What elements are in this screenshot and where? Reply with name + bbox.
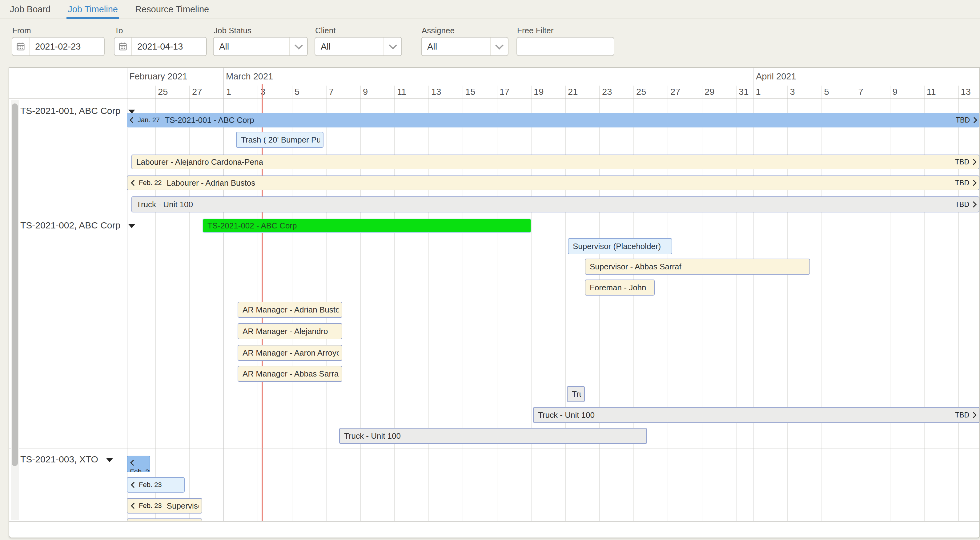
clip-date-label: Feb. 23 <box>132 481 162 489</box>
chevron-right-icon <box>970 180 977 186</box>
gantt-bar[interactable]: Trash ( 20' Bumper Pull ) <box>236 132 323 148</box>
day-tick-label: 13 <box>961 87 971 97</box>
gantt-bar[interactable]: Labourer - Alejandro Cardona-PenaTBD <box>131 155 979 169</box>
chevron-right-icon <box>970 159 977 165</box>
vertical-scrollbar-thumb[interactable] <box>12 104 18 466</box>
clip-date-text: Feb. 23 <box>139 481 162 489</box>
tbd-text: TBD <box>955 179 969 187</box>
app-root: Job Board Job Timeline Resource Timeline… <box>0 0 980 540</box>
gantt-bar[interactable]: Truck - Unit 100 <box>339 428 647 444</box>
gantt-bar[interactable]: Feb. 22Labourer - Adrian BustosTBD <box>127 175 979 190</box>
assignee-select[interactable]: All <box>421 37 509 56</box>
gantt-bar[interactable] <box>127 518 202 521</box>
to-date-value: 2021-04-13 <box>132 41 183 52</box>
job-row-label-text: TS-2021-001, ABC Corp <box>20 105 120 116</box>
day-tick-label: 1 <box>756 87 761 97</box>
gantt-bar[interactable]: Truck - Unit 100TBD <box>131 196 979 212</box>
timeline-panel: February 2021March 2021April 20212527135… <box>9 67 980 538</box>
tbd-label: TBD <box>951 411 976 419</box>
day-tick-label: 7 <box>858 87 863 97</box>
timeline-body: TS-2021-001, ABC CorpJan. 27TS-2021-001 … <box>9 99 979 521</box>
job-status-value: All <box>213 41 229 52</box>
client-select[interactable]: All <box>315 37 402 56</box>
chevron-right-icon <box>970 201 977 207</box>
job-row-label[interactable]: TS-2021-003, XTO <box>20 452 113 466</box>
tab-job-board[interactable]: Job Board <box>9 4 52 19</box>
day-tick-label: 29 <box>705 87 714 97</box>
clip-date-label: Feb. 23 <box>127 460 150 472</box>
client-value: All <box>315 41 331 52</box>
horizontal-scrollbar[interactable] <box>9 521 979 538</box>
day-tick-label: 7 <box>329 87 334 97</box>
job-row-label[interactable]: TS-2021-001, ABC Corp <box>20 104 135 118</box>
gantt-bar-label: TS-2021-001 - ABC Corp <box>165 115 254 125</box>
clip-date-label: Jan. 27 <box>130 116 160 124</box>
from-date-input[interactable]: 2021-02-23 <box>12 37 105 56</box>
day-tick-label: 3 <box>260 87 265 97</box>
day-tick-label: 9 <box>892 87 897 97</box>
job-row-label[interactable]: TS-2021-002, ABC Corp <box>20 218 135 232</box>
gantt-bar[interactable]: Feb. 23 <box>127 456 150 472</box>
calendar-icon <box>12 38 30 56</box>
gantt-bar[interactable]: Feb. 23Supervisor - <box>127 498 202 513</box>
gantt-bar-label: AR Manager - Abbas Sarraf <box>243 369 339 379</box>
gantt-bar-label: Truck - Unit 100 <box>344 431 401 441</box>
to-date-input[interactable]: 2021-04-13 <box>114 37 207 56</box>
gantt-bar[interactable]: Feb. 23 <box>127 477 185 492</box>
gantt-bar-label: Labourer - Adrian Bustos <box>167 178 256 188</box>
tab-bar: Job Board Job Timeline Resource Timeline <box>0 0 980 19</box>
gantt-bar-label: Truck - Unit 100 <box>136 200 193 209</box>
day-tick-label: 21 <box>568 87 578 97</box>
gantt-bar[interactable]: AR Manager - Aaron Arroyo <box>238 345 342 361</box>
gantt-bar[interactable]: Supervisor - Abbas Sarraf <box>585 259 810 275</box>
day-tick-label: 25 <box>636 87 646 97</box>
gantt-bar[interactable]: TS-2021-002 - ABC Corp <box>202 218 531 233</box>
gantt-bar[interactable]: AR Manager - Abbas Sarraf <box>238 366 342 382</box>
gantt-bar-label: AR Manager - Alejandro <box>243 327 328 336</box>
tbd-label: TBD <box>952 116 976 124</box>
day-tick-label: 5 <box>824 87 829 97</box>
day-tick-label: 3 <box>790 87 795 97</box>
gantt-bar[interactable]: AR Manager - Adrian Bustos <box>238 302 342 318</box>
to-label: To <box>115 26 123 35</box>
tbd-label: TBD <box>951 201 976 209</box>
chevron-left-icon <box>130 117 136 123</box>
chevron-down-icon <box>490 38 508 56</box>
gantt-bar[interactable]: Truck - Unit 100 <box>567 386 585 402</box>
gantt-bar-label: Labourer - Alejandro Cardona-Pena <box>136 157 263 167</box>
caret-down-icon <box>106 458 113 462</box>
gantt-bar[interactable]: Truck - Unit 100TBD <box>533 407 979 423</box>
tab-resource-timeline[interactable]: Resource Timeline <box>134 4 210 19</box>
day-tick-label: 1 <box>226 87 231 97</box>
gantt-bar-label: Supervisor (Placeholder) <box>573 242 661 251</box>
row-divider <box>9 449 979 449</box>
job-row-label-text: TS-2021-002, ABC Corp <box>20 220 120 231</box>
assignee-label: Assignee <box>422 26 455 35</box>
chevron-left-icon <box>131 482 137 488</box>
day-tick-label: 27 <box>192 87 202 97</box>
month-label: February 2021 <box>129 72 188 81</box>
gantt-bar-label: Supervisor - Abbas Sarraf <box>590 262 681 272</box>
free-filter-input[interactable] <box>517 37 614 56</box>
day-tick-label: 19 <box>534 87 544 97</box>
tbd-label: TBD <box>951 179 976 187</box>
clip-date-label: Feb. 22 <box>132 179 162 187</box>
gantt-bar[interactable]: Supervisor (Placeholder) <box>568 238 672 254</box>
caret-down-icon <box>128 224 135 228</box>
day-tick-label: 5 <box>294 87 299 97</box>
tab-job-timeline[interactable]: Job Timeline <box>67 4 119 19</box>
clip-date-text: Jan. 27 <box>138 116 160 124</box>
job-status-select[interactable]: All <box>213 37 308 56</box>
gantt-bar-label: Trash ( 20' Bumper Pull ) <box>241 135 320 145</box>
gantt-bar[interactable]: Foreman - John <box>585 280 655 296</box>
day-tick-label: 11 <box>927 87 936 97</box>
gantt-bar[interactable]: AR Manager - Alejandro <box>238 323 342 339</box>
tbd-text: TBD <box>955 158 969 166</box>
gantt-bar[interactable]: Jan. 27TS-2021-001 - ABC CorpTBD <box>127 113 979 127</box>
day-tick-label: 9 <box>363 87 368 97</box>
day-tick-label: 15 <box>465 87 475 97</box>
day-tick-label: 23 <box>602 87 612 97</box>
day-tick-label: 31 <box>739 87 749 97</box>
client-label: Client <box>315 26 336 35</box>
tbd-label: TBD <box>951 158 976 166</box>
